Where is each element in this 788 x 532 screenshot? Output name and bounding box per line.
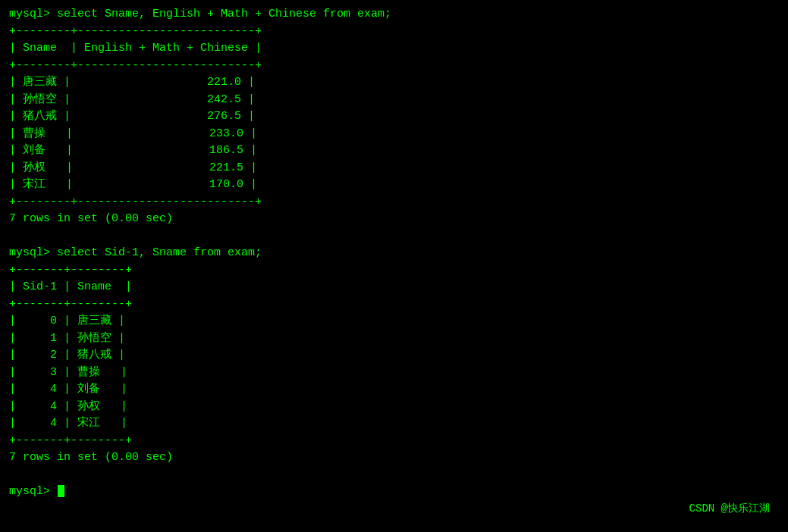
query2-row6: | 4 | 孙权 |: [9, 399, 779, 416]
query1-border-mid: +--------+--------------------------+: [9, 58, 779, 75]
blank1: [9, 228, 779, 246]
query2-border-bottom: +-------+--------+: [9, 433, 779, 450]
query1-row3: | 猪八戒 | 276.5 |: [9, 108, 779, 126]
query1-row2: | 孙悟空 | 242.5 |: [9, 92, 779, 109]
query1-header: | Sname | English + Math + Chinese |: [9, 40, 779, 58]
query2-row4: | 3 | 曹操 |: [9, 365, 779, 382]
terminal-window: mysql> select Sname, English + Math + Ch…: [9, 6, 779, 526]
query1-border-bottom: +--------+--------------------------+: [9, 194, 779, 211]
query1-result: 7 rows in set (0.00 sec): [9, 211, 779, 228]
blank2: [9, 467, 779, 484]
prompt-line[interactable]: mysql>: [9, 483, 779, 501]
query1-command: mysql> select Sname, English + Math + Ch…: [9, 6, 779, 23]
query1-border-top: +--------+--------------------------+: [9, 23, 779, 41]
query2-command: mysql> select Sid-1, Sname from exam;: [9, 245, 779, 262]
query2-row5: | 4 | 刘备 |: [9, 381, 779, 399]
query2-row7: | 4 | 宋江 |: [9, 415, 779, 433]
query1-row6: | 孙权 | 221.5 |: [9, 160, 779, 177]
query2-row3: | 2 | 猪八戒 |: [9, 347, 779, 365]
query2-border-mid: +-------+--------+: [9, 296, 779, 314]
query1-row5: | 刘备 | 186.5 |: [9, 142, 779, 160]
query1-row4: | 曹操 | 233.0 |: [9, 126, 779, 143]
query1-row7: | 宋江 | 170.0 |: [9, 177, 779, 194]
query2-border-top: +-------+--------+: [9, 262, 779, 280]
query2-result: 7 rows in set (0.00 sec): [9, 449, 779, 467]
query2-header: | Sid-1 | Sname |: [9, 279, 779, 296]
watermark: CSDN @快乐江湖: [689, 501, 770, 517]
query2-row1: | 0 | 唐三藏 |: [9, 313, 779, 330]
query2-row2: | 1 | 孙悟空 |: [9, 330, 779, 348]
cursor: [58, 485, 64, 497]
query1-row1: | 唐三藏 | 221.0 |: [9, 74, 779, 92]
